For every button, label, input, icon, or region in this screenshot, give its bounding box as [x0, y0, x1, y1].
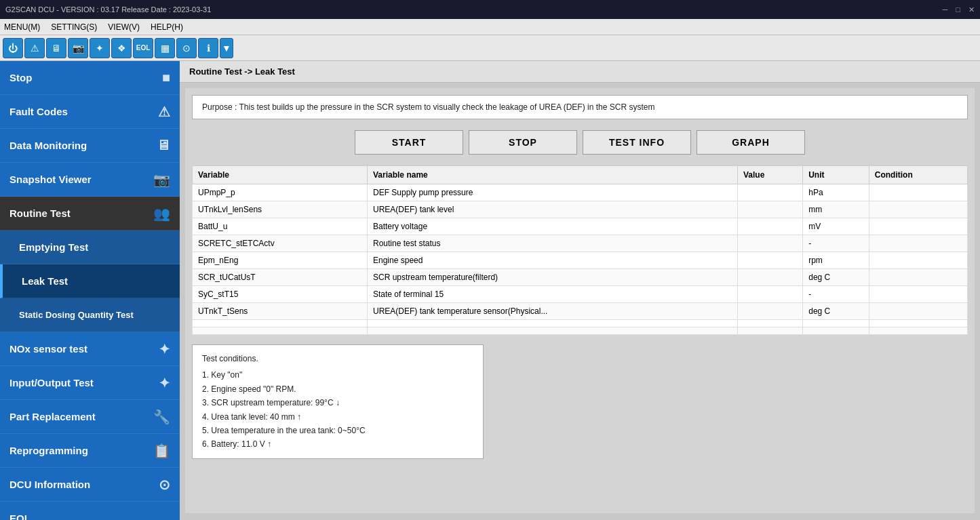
sidebar-item-fault-codes[interactable]: Fault Codes ⚠: [0, 95, 180, 129]
monitor-btn[interactable]: 🖥: [46, 38, 66, 58]
menu-item-view[interactable]: VIEW(V): [108, 22, 140, 32]
menu-item-setting[interactable]: SETTING(S): [51, 22, 97, 32]
cell-value: [738, 218, 803, 235]
table-row: [193, 327, 968, 335]
cell-variableName: UREA(DEF) tank temperature sensor(Physic…: [368, 303, 738, 320]
breadcrumb-text: Routine Test -> Leak Test: [189, 66, 295, 77]
stop-button[interactable]: STOP: [469, 130, 577, 155]
menu-item-help[interactable]: HELP(H): [151, 22, 183, 32]
purpose-box: Purpose : This test builds up the pressu…: [192, 95, 968, 119]
app-title: G2SCAN DCU - VERSION : 03.17 Release Dat…: [5, 5, 211, 14]
cell-variableName: [368, 320, 738, 327]
sidebar-item-nox[interactable]: NOx sensor test ✦: [0, 332, 180, 366]
sidebar-item-snapshot-label: Snapshot Viewer: [9, 174, 92, 185]
cell-variableName: [368, 327, 738, 335]
test-info-button[interactable]: TEST INFO: [583, 130, 691, 155]
cell-variable: UPmpP_p: [193, 184, 368, 201]
circle-btn[interactable]: ⊙: [176, 38, 197, 58]
conditions-box: Test conditions. 1. Key "on"2. Engine sp…: [192, 344, 484, 459]
sidebar-item-static-dosing[interactable]: Static Dosing Quantity Test: [0, 298, 180, 332]
cell-variableName: UREA(DEF) tank level: [368, 201, 738, 218]
menu-bar: MENU(M) SETTING(S) VIEW(V) HELP(H): [0, 19, 980, 35]
cell-variableName: Routine test status: [368, 235, 738, 252]
cell-value: [738, 320, 803, 327]
diamond-btn[interactable]: ❖: [111, 38, 132, 58]
sidebar-item-static-label: Static Dosing Quantity Test: [19, 310, 134, 320]
cell-unit: -: [803, 286, 869, 303]
cell-variableName: Engine speed: [368, 252, 738, 269]
cell-unit: rpm: [803, 252, 869, 269]
table-row: [193, 320, 968, 327]
table-row: UTnkT_tSensUREA(DEF) tank temperature se…: [193, 303, 968, 320]
sidebar-item-eol-label: EOL: [9, 513, 31, 520]
dropdown-arrow-btn[interactable]: ▼: [220, 38, 233, 58]
sidebar-item-data-monitoring[interactable]: Data Monitoring 🖥: [0, 129, 180, 163]
sidebar-item-stop[interactable]: Stop ■: [0, 61, 180, 95]
sidebar-item-part-replacement[interactable]: Part Replacement 🔧: [0, 400, 180, 434]
cell-value: [738, 303, 803, 320]
info-btn[interactable]: ℹ: [198, 38, 218, 58]
cell-variableName: State of terminal 15: [368, 286, 738, 303]
cell-value: [738, 269, 803, 286]
cell-condition: [869, 201, 967, 218]
cell-variable: UTnkT_tSens: [193, 303, 368, 320]
cell-unit: hPa: [803, 184, 869, 201]
sidebar-item-reprog-label: Reprogramming: [9, 445, 88, 456]
sidebar-item-monitoring-label: Data Monitoring: [9, 140, 87, 151]
sidebar-item-eol[interactable]: EOL: [0, 502, 180, 520]
col-variable: Variable: [193, 166, 368, 184]
content-area: RE RE RE RE RE RE RE Routine Test -> Lea…: [180, 61, 980, 520]
sidebar-item-routine-test[interactable]: Routine Test 👥: [0, 197, 180, 231]
conditions-lines: 1. Key "on"2. Engine speed "0" RPM.3. SC…: [202, 368, 473, 451]
eol-btn[interactable]: EOL: [133, 38, 153, 58]
cell-condition: [869, 184, 967, 201]
sidebar-item-stop-label: Stop: [9, 72, 32, 83]
maximize-btn[interactable]: □: [956, 5, 960, 14]
sidebar-item-dcu-info[interactable]: DCU Information ⊙: [0, 468, 180, 502]
button-row: START STOP TEST INFO GRAPH: [192, 130, 968, 155]
sidebar-item-reprogramming[interactable]: Reprogramming 📋: [0, 434, 180, 468]
sidebar-item-snapshot[interactable]: Snapshot Viewer 📷: [0, 163, 180, 197]
sidebar-item-leak-test[interactable]: Leak Test: [0, 264, 180, 298]
data-table: Variable Variable name Value Unit Condit…: [192, 165, 968, 335]
start-button[interactable]: START: [355, 130, 463, 155]
cell-value: [738, 201, 803, 218]
cell-unit: mV: [803, 218, 869, 235]
camera-btn[interactable]: 📷: [68, 38, 88, 58]
grid-btn[interactable]: ▦: [155, 38, 175, 58]
sidebar-item-io-label: Input/Output Test: [9, 377, 94, 388]
cell-condition: [869, 218, 967, 235]
table-row: SyC_stT15State of terminal 15-: [193, 286, 968, 303]
menu-item-menu[interactable]: MENU(M): [4, 22, 40, 32]
sidebar-item-io[interactable]: Input/Output Test ✦: [0, 366, 180, 400]
sidebar-item-dcu-label: DCU Information: [9, 479, 90, 490]
minimize-btn[interactable]: ─: [943, 5, 948, 14]
cell-unit: mm: [803, 201, 869, 218]
cell-value: [738, 327, 803, 335]
cell-value: [738, 184, 803, 201]
part-icon: 🔧: [153, 409, 170, 425]
table-row: Epm_nEngEngine speedrpm: [193, 252, 968, 269]
sidebar-item-routine-label: Routine Test: [9, 207, 71, 219]
cell-unit: [803, 327, 869, 335]
sidebar-item-nox-label: NOx sensor test: [9, 343, 87, 355]
cell-variable: Epm_nEng: [193, 252, 368, 269]
star-btn[interactable]: ✦: [90, 38, 110, 58]
power-btn[interactable]: ⏻: [3, 38, 23, 58]
sidebar-item-fault-label: Fault Codes: [9, 106, 68, 117]
cell-condition: [869, 320, 967, 327]
title-bar: G2SCAN DCU - VERSION : 03.17 Release Dat…: [0, 0, 980, 19]
window-controls[interactable]: ─ □ ✕: [943, 5, 975, 14]
cell-value: [738, 252, 803, 269]
cell-condition: [869, 252, 967, 269]
cell-unit: deg C: [803, 303, 869, 320]
cell-variable: SCR_tUCatUsT: [193, 269, 368, 286]
close-btn[interactable]: ✕: [968, 5, 975, 14]
cell-variableName: SCR upstream temperature(filterd): [368, 269, 738, 286]
conditions-title: Test conditions.: [202, 352, 473, 365]
sidebar-item-emptying[interactable]: Emptying Test: [0, 231, 180, 264]
warning-btn[interactable]: ⚠: [24, 38, 45, 58]
graph-button[interactable]: GRAPH: [697, 130, 805, 155]
stop-icon: ■: [162, 70, 170, 85]
sidebar-item-leak-label: Leak Test: [22, 275, 68, 287]
